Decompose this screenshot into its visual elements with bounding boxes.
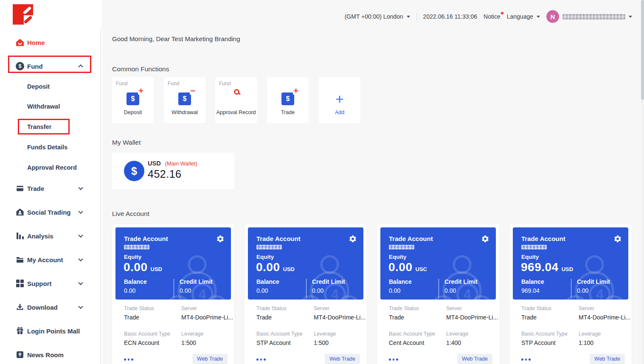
shortcut-card-deposit[interactable]: Fund $+ Deposit: [112, 77, 154, 123]
account-summary-panel: Trade Account Equity 969.04USD Balance96…: [513, 227, 628, 300]
user-menu[interactable]: N: [546, 10, 632, 23]
sidebar-item-home[interactable]: Home: [0, 34, 101, 51]
sidebar-subitem-transfer[interactable]: Transfer: [0, 118, 101, 135]
sidebar-item-download[interactable]: Download: [0, 299, 101, 316]
section-title-live-account: Live Account: [112, 210, 149, 218]
sidebar-subitem-deposit[interactable]: Deposit: [0, 78, 101, 95]
timezone-selector[interactable]: (GMT +00:00) London: [345, 13, 410, 20]
more-options-icon[interactable]: [124, 358, 133, 361]
account-number-redacted: [389, 245, 414, 249]
chevron-down-icon: [78, 280, 83, 285]
topbar: (GMT +00:00) London 2022.06.16 11:33:06 …: [345, 10, 632, 23]
web-trade-button[interactable]: Web Trade: [325, 354, 360, 364]
shortcut-card-approval-record[interactable]: Fund Approval Record: [215, 77, 257, 123]
gear-icon[interactable]: [481, 235, 489, 243]
balance-value: 969.04: [521, 287, 544, 294]
shortcut-label: Approval Record: [215, 109, 257, 115]
account-number-redacted: [521, 245, 547, 249]
web-trade-button[interactable]: Web Trade: [457, 354, 492, 364]
leverage-label: Leverage: [181, 331, 203, 337]
credit-limit-label: Credit Limit: [312, 278, 345, 285]
sidebar-item-analysis[interactable]: Analysis: [0, 227, 101, 244]
sidebar-item-login-points-mall[interactable]: Login Points Mall: [0, 322, 101, 339]
shortcut-label: Trade: [267, 109, 309, 115]
account-number-redacted: [124, 245, 149, 249]
sidebar-item-fund[interactable]: $ Fund: [0, 58, 101, 75]
shortcut-label: Withdrawal: [164, 109, 205, 115]
leverage-label: Leverage: [579, 331, 601, 337]
topbar-divider: [416, 13, 417, 20]
panel-divider: [174, 279, 174, 298]
more-options-icon[interactable]: [389, 358, 398, 361]
trade-status-value: Trade: [124, 314, 154, 321]
balance-value: 0.00: [124, 287, 147, 294]
dashboard-page: Home $ Fund Deposit Withdrawal Transfer …: [0, 0, 644, 364]
more-options-icon[interactable]: [256, 358, 266, 361]
shortcut-card-trade[interactable]: $+ Trade: [267, 77, 309, 123]
server-value: MT4-DooPrime-Li...: [314, 314, 366, 321]
equity-currency: USD: [562, 266, 573, 272]
download-icon: [15, 302, 25, 312]
wallet-amount: 452.16: [148, 168, 181, 180]
leverage-value: 1:500: [314, 339, 336, 346]
sidebar-subitem-withdrawal[interactable]: Withdrawal: [0, 98, 101, 115]
leverage-label: Leverage: [314, 331, 336, 337]
panel-divider: [439, 279, 439, 298]
shortcut-category: Fund: [116, 81, 127, 87]
trade-status-label: Trade Status: [521, 305, 551, 311]
sidebar-item-social-trading[interactable]: Social Trading: [0, 204, 101, 221]
credit-limit-label: Credit Limit: [444, 278, 478, 285]
leverage-value: 1:400: [446, 339, 468, 346]
sidebar-item-trade[interactable]: Trade: [0, 180, 101, 197]
page-scrollbar-thumb[interactable]: [641, 0, 644, 100]
sidebar-scrollbar[interactable]: [100, 29, 101, 364]
equity-currency: USD: [283, 266, 295, 272]
gear-icon[interactable]: [216, 235, 225, 243]
shortcut-card-withdrawal[interactable]: Fund $− Withdrawal: [164, 77, 205, 123]
gear-icon[interactable]: [349, 235, 357, 243]
sidebar-subitem-label: Approval Record: [27, 164, 77, 171]
chevron-down-icon: [78, 233, 83, 238]
web-trade-button[interactable]: Web Trade: [192, 354, 228, 364]
more-options-icon[interactable]: [521, 358, 531, 361]
avatar: N: [546, 10, 559, 23]
shortcut-card-add[interactable]: + Add: [319, 77, 360, 123]
server-label: Server: [181, 305, 233, 311]
shortcut-category: Fund: [219, 81, 231, 87]
account-summary-panel: Trade Account Equity 0.00USD Balance0.00…: [115, 227, 231, 300]
section-title-common-functions: Common Functions: [112, 65, 169, 73]
sidebar-subitem-funds-details[interactable]: Funds Details: [0, 139, 101, 156]
sidebar-item-label: Trade: [27, 185, 44, 192]
sidebar: Home $ Fund Deposit Withdrawal Transfer …: [0, 0, 102, 364]
sidebar-item-my-account[interactable]: My Account: [0, 251, 101, 268]
wallet-dollar-icon: $: [124, 161, 144, 181]
doo-prime-logo[interactable]: [13, 4, 33, 25]
equity-value: 0.00: [388, 260, 413, 274]
account-type-label: Basic Account Type: [124, 331, 170, 337]
equity-label: Equity: [521, 254, 539, 260]
live-account-card: Trade Account Equity 969.04USD Balance96…: [509, 224, 632, 364]
chevron-down-icon: [78, 304, 83, 309]
sidebar-subitem-label: Funds Details: [27, 144, 67, 151]
home-icon: [15, 38, 25, 47]
sidebar-item-support[interactable]: Support: [0, 275, 101, 292]
notice-link[interactable]: Notice: [484, 13, 501, 20]
sidebar-subitem-approval-record[interactable]: Approval Record: [0, 159, 101, 176]
web-trade-button[interactable]: Web Trade: [590, 354, 625, 364]
sidebar-item-news-room[interactable]: News Room: [0, 346, 101, 363]
page-scrollbar[interactable]: [641, 0, 644, 364]
leverage-label: Leverage: [446, 331, 468, 337]
balance-label: Balance: [256, 278, 279, 285]
trade-shortcut-icon: $+: [281, 92, 294, 105]
balance-label: Balance: [389, 278, 412, 285]
account-type-label: Basic Account Type: [521, 331, 568, 337]
sidebar-item-label: Login Points Mall: [27, 328, 80, 335]
caret-down-icon: [407, 16, 410, 18]
credit-limit-value: 0.00: [444, 287, 478, 294]
gear-icon[interactable]: [613, 235, 622, 243]
language-selector[interactable]: Language: [507, 13, 540, 20]
caret-down-icon: [629, 16, 632, 18]
account-type-label: Basic Account Type: [389, 331, 435, 337]
account-summary-panel: Trade Account Equity 0.00USD Balance0.00…: [248, 227, 363, 300]
balance-value: 0.00: [389, 287, 412, 294]
